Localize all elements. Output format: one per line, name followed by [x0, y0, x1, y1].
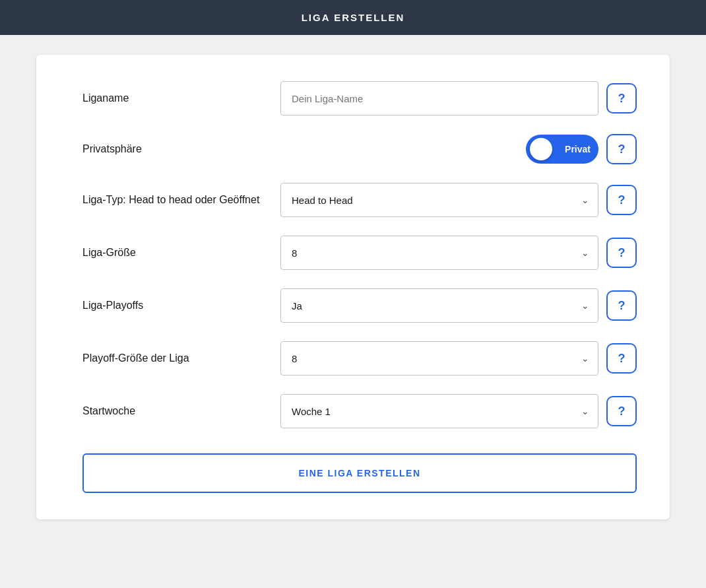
playoff-groesse-select[interactable]: 8 4 6	[280, 341, 598, 376]
liga-groesse-help-button[interactable]: ?	[606, 238, 637, 268]
create-liga-button[interactable]: EINE LIGA ERSTELLEN	[82, 453, 637, 493]
liganame-label: Liganame	[82, 91, 280, 106]
startwoche-select[interactable]: Woche 1 Woche 2 Woche 3	[280, 394, 598, 428]
liga-typ-help-button[interactable]: ?	[606, 185, 637, 215]
privatsphaere-row: Privatsphäre Privat ?	[82, 134, 637, 164]
liga-playoffs-label: Liga-Playoffs	[82, 298, 280, 313]
liga-playoffs-control-area: Ja Nein ⌄ ?	[280, 288, 637, 323]
playoff-groesse-row: Playoff-Größe der Liga 8 4 6 ⌄ ?	[82, 341, 637, 376]
page-header: LIGA ERSTELLEN	[0, 0, 706, 35]
startwoche-wrapper: Woche 1 Woche 2 Woche 3 ⌄	[280, 394, 598, 428]
privatsphaere-help-button[interactable]: ?	[606, 134, 637, 164]
liga-groesse-control-area: 8 10 12 ⌄ ?	[280, 236, 637, 270]
liganame-row: Liganame ?	[82, 81, 637, 115]
liga-playoffs-select[interactable]: Ja Nein	[280, 288, 598, 323]
liga-typ-wrapper: Head to Head Geöffnet ⌄	[280, 183, 598, 217]
liga-groesse-label: Liga-Größe	[82, 245, 280, 260]
playoff-groesse-control-area: 8 4 6 ⌄ ?	[280, 341, 637, 376]
playoff-groesse-label: Playoff-Größe der Liga	[82, 351, 280, 366]
liga-groesse-wrapper: 8 10 12 ⌄	[280, 236, 598, 270]
liga-typ-label: Liga-Typ: Head to head oder Geöffnet	[82, 193, 280, 207]
liga-typ-row: Liga-Typ: Head to head oder Geöffnet Hea…	[82, 183, 637, 217]
liganame-input[interactable]	[280, 81, 598, 115]
privacy-toggle[interactable]: Privat	[526, 135, 598, 164]
liga-typ-select[interactable]: Head to Head Geöffnet	[280, 183, 598, 217]
liga-groesse-row: Liga-Größe 8 10 12 ⌄ ?	[82, 236, 637, 270]
liga-groesse-select[interactable]: 8 10 12	[280, 236, 598, 270]
startwoche-control-area: Woche 1 Woche 2 Woche 3 ⌄ ?	[280, 394, 637, 428]
toggle-label: Privat	[565, 144, 591, 154]
toggle-container: Privat	[280, 135, 598, 164]
main-container: Liganame ? Privatsphäre Privat ?	[0, 35, 706, 588]
liga-playoffs-wrapper: Ja Nein ⌄	[280, 288, 598, 323]
privatsphaere-label: Privatsphäre	[82, 142, 280, 156]
playoff-groesse-wrapper: 8 4 6 ⌄	[280, 341, 598, 376]
liganame-help-button[interactable]: ?	[606, 83, 637, 114]
startwoche-help-button[interactable]: ?	[606, 396, 637, 426]
startwoche-label: Startwoche	[82, 404, 280, 418]
toggle-knob	[530, 138, 552, 160]
liga-playoffs-row: Liga-Playoffs Ja Nein ⌄ ?	[82, 288, 637, 323]
liga-typ-control-area: Head to Head Geöffnet ⌄ ?	[280, 183, 637, 217]
startwoche-row: Startwoche Woche 1 Woche 2 Woche 3 ⌄ ?	[82, 394, 637, 428]
form-card: Liganame ? Privatsphäre Privat ?	[36, 55, 670, 519]
playoff-groesse-help-button[interactable]: ?	[606, 343, 637, 374]
liga-playoffs-help-button[interactable]: ?	[606, 290, 637, 321]
privatsphaere-control-area: Privat ?	[280, 134, 637, 164]
page-title: LIGA ERSTELLEN	[302, 12, 405, 23]
liganame-control-area: ?	[280, 81, 637, 115]
